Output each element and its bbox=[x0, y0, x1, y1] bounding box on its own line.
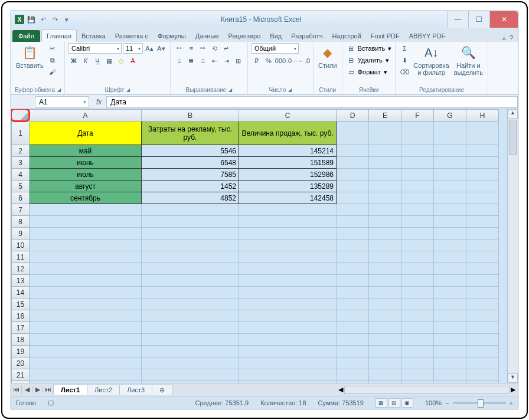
cell[interactable] bbox=[239, 251, 337, 263]
cell[interactable] bbox=[369, 310, 401, 322]
column-header[interactable]: A bbox=[30, 110, 142, 122]
find-select-button[interactable]: 🔍 Найти и выделить bbox=[453, 43, 484, 77]
cell[interactable] bbox=[434, 334, 466, 346]
cell[interactable]: 4852 bbox=[142, 192, 239, 204]
increase-indent-icon[interactable]: ⇥ bbox=[221, 55, 232, 66]
cell[interactable] bbox=[337, 169, 369, 181]
row-header[interactable]: 9 bbox=[12, 228, 30, 239]
save-icon[interactable]: 💾 bbox=[27, 15, 36, 24]
cell[interactable] bbox=[142, 216, 239, 228]
cell[interactable] bbox=[142, 263, 239, 275]
cell[interactable] bbox=[30, 334, 142, 346]
border-icon[interactable]: ▦ bbox=[104, 55, 115, 66]
cell[interactable] bbox=[466, 310, 499, 322]
cell[interactable] bbox=[30, 322, 142, 334]
cell[interactable] bbox=[434, 181, 466, 192]
cell[interactable] bbox=[30, 298, 142, 310]
cell[interactable] bbox=[239, 334, 337, 346]
select-all-corner[interactable] bbox=[12, 110, 30, 122]
cell[interactable] bbox=[337, 145, 369, 157]
cell[interactable] bbox=[369, 122, 401, 145]
cell[interactable] bbox=[401, 346, 434, 357]
currency-icon[interactable]: ₽ bbox=[252, 55, 262, 66]
cell[interactable] bbox=[401, 251, 434, 263]
autosum-icon[interactable]: Σ bbox=[399, 43, 410, 54]
cell[interactable] bbox=[434, 145, 466, 157]
cell[interactable] bbox=[434, 239, 466, 251]
row-header[interactable]: 12 bbox=[12, 263, 30, 275]
cell[interactable] bbox=[466, 346, 499, 357]
font-name-combo[interactable]: Calibri bbox=[68, 43, 122, 54]
comma-icon[interactable]: 000 bbox=[275, 55, 286, 66]
ribbon-tab[interactable]: Разметка с bbox=[110, 30, 153, 42]
decrease-font-icon[interactable]: A▾ bbox=[156, 43, 166, 54]
cell[interactable] bbox=[434, 157, 466, 169]
cell[interactable] bbox=[30, 287, 142, 298]
ribbon-tab[interactable]: Главная bbox=[41, 29, 77, 42]
zoom-slider[interactable] bbox=[453, 402, 506, 404]
row-header[interactable]: 4 bbox=[12, 169, 30, 181]
cell[interactable] bbox=[337, 251, 369, 263]
font-color-icon[interactable]: A bbox=[128, 55, 138, 66]
cell[interactable]: 142458 bbox=[239, 192, 337, 204]
fill-icon[interactable]: ⬇ bbox=[399, 55, 410, 65]
cell[interactable] bbox=[30, 216, 142, 228]
cell[interactable] bbox=[466, 169, 499, 181]
wrap-text-icon[interactable]: ↵ bbox=[221, 43, 232, 54]
cell[interactable] bbox=[369, 204, 401, 216]
fx-button[interactable]: fx bbox=[92, 98, 106, 106]
cell[interactable] bbox=[466, 239, 499, 251]
cell[interactable] bbox=[142, 287, 239, 298]
cell[interactable] bbox=[239, 228, 337, 239]
sheet-nav-last-icon[interactable]: ⏭ bbox=[43, 386, 54, 393]
styles-button[interactable]: ◆ Стили bbox=[317, 43, 338, 70]
cell[interactable] bbox=[401, 204, 434, 216]
cell[interactable] bbox=[30, 263, 142, 275]
cell[interactable] bbox=[142, 369, 239, 381]
cell[interactable] bbox=[401, 369, 434, 381]
cell[interactable] bbox=[434, 122, 466, 145]
dialog-launcher-icon[interactable]: ◢ bbox=[288, 87, 292, 93]
clear-icon[interactable]: ⌫ bbox=[399, 67, 410, 77]
hscroll-right-icon[interactable]: ▶ bbox=[511, 386, 515, 393]
cell[interactable] bbox=[466, 192, 499, 204]
row-header[interactable]: 3 bbox=[12, 157, 30, 169]
cell[interactable] bbox=[401, 334, 434, 346]
cell[interactable]: 145214 bbox=[239, 145, 337, 157]
cell[interactable] bbox=[30, 310, 142, 322]
cell[interactable] bbox=[369, 357, 401, 369]
cell[interactable] bbox=[369, 145, 401, 157]
cell[interactable] bbox=[142, 346, 239, 357]
increase-font-icon[interactable]: A▴ bbox=[144, 43, 155, 54]
cell[interactable] bbox=[466, 204, 499, 216]
cell[interactable] bbox=[239, 204, 337, 216]
cell[interactable]: 152986 bbox=[239, 169, 337, 181]
format-cells-label[interactable]: Формат bbox=[358, 68, 381, 76]
sheet-nav-prev-icon[interactable]: ◀ bbox=[22, 386, 32, 393]
cell[interactable] bbox=[466, 251, 499, 263]
cell[interactable] bbox=[142, 228, 239, 239]
minimize-button[interactable]: — bbox=[447, 11, 468, 28]
row-header[interactable]: 14 bbox=[12, 287, 30, 298]
row-header[interactable]: 19 bbox=[12, 346, 30, 357]
dialog-launcher-icon[interactable]: ◢ bbox=[126, 87, 130, 93]
cell[interactable] bbox=[239, 322, 337, 334]
cut-icon[interactable]: ✂ bbox=[47, 43, 58, 54]
cell[interactable] bbox=[337, 122, 369, 145]
cell[interactable]: Величина продаж, тыс. руб. bbox=[239, 122, 337, 145]
align-middle-icon[interactable]: ≡ bbox=[186, 43, 197, 54]
cell[interactable] bbox=[369, 334, 401, 346]
row-header[interactable]: 20 bbox=[12, 357, 30, 369]
ribbon-tab[interactable]: Данные bbox=[191, 30, 224, 42]
cell[interactable] bbox=[142, 381, 239, 383]
cell[interactable]: июнь bbox=[30, 157, 142, 169]
column-header[interactable]: F bbox=[401, 110, 434, 122]
cell[interactable] bbox=[369, 216, 401, 228]
cell[interactable] bbox=[401, 381, 434, 383]
cell[interactable] bbox=[337, 298, 369, 310]
column-header[interactable]: E bbox=[369, 110, 401, 122]
dialog-launcher-icon[interactable]: ◢ bbox=[57, 87, 61, 93]
align-left-icon[interactable]: ≡ bbox=[174, 55, 185, 66]
cell[interactable] bbox=[239, 369, 337, 381]
cell[interactable] bbox=[434, 192, 466, 204]
